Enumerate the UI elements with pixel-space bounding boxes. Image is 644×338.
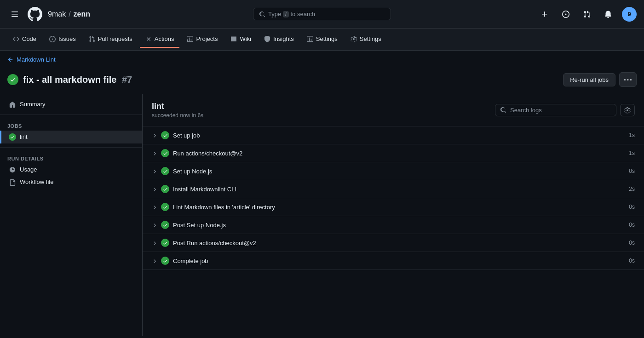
repo-tabs: Code Issues Pull requests Actions Projec… [0,29,644,51]
tab-actions[interactable]: Actions [140,31,180,48]
tab-issues-label: Issues [58,35,76,42]
breadcrumb-back-link[interactable]: Markdown Lint [7,56,56,63]
tab-security[interactable]: Insights [259,31,299,48]
step-name: Post Run actions/checkout@v2 [173,240,625,246]
tab-pullrequests[interactable]: Pull requests [83,31,138,48]
plus-button[interactable] [537,7,552,22]
chevron-right-icon [152,150,157,156]
step-name: Complete job [173,258,625,264]
log-settings-button[interactable] [620,104,635,116]
chevron-right-icon [152,258,157,264]
tab-settings[interactable]: Settings [345,31,387,48]
run-details-section-label: Run details [0,151,142,163]
notification-icon [604,11,612,18]
nav-right: 9 [481,7,637,22]
tab-actions-label: Actions [155,35,174,42]
sidebar-summary-label: Summary [20,101,46,108]
github-logo[interactable] [28,7,42,22]
step-row[interactable]: Set up job 1s [143,126,644,144]
pr-icon [583,11,591,18]
hamburger-icon [11,11,18,18]
projects-icon [187,36,193,42]
repo-link[interactable]: zenn [74,10,90,18]
tab-projects[interactable]: Projects [181,31,223,48]
nav-left: 9mak / zenn [7,7,163,22]
top-nav: 9mak / zenn Type / to search [0,0,644,29]
tab-code[interactable]: Code [7,31,42,48]
step-row[interactable]: Set up Node.js 0s [143,162,644,180]
step-duration: 0s [629,204,635,210]
issue-button[interactable] [558,7,573,22]
file-icon [9,178,16,186]
step-status-check [161,203,169,211]
tab-issues[interactable]: Issues [44,31,81,48]
step-row[interactable]: Post Set up Node.js 0s [143,216,644,234]
tab-security-label: Insights [273,35,294,42]
breadcrumb-label: Markdown Lint [17,56,56,63]
step-name: Set up job [173,132,625,139]
step-status-check [161,167,169,175]
pullrequest-icon [89,36,95,42]
hamburger-button[interactable] [7,7,22,22]
avatar[interactable]: 9 [622,7,637,22]
search-icon [259,11,265,17]
job-title-block: lint succeeded now in 6s [152,102,203,119]
step-name: Post Set up Node.js [173,222,625,229]
github-logo-icon [28,7,42,22]
step-status-check [161,149,169,157]
arrow-left-icon [7,57,14,63]
owner-link[interactable]: 9mak [48,10,66,18]
search-logs-container [495,104,616,116]
breadcrumb: Markdown Lint [0,51,644,69]
step-duration: 0s [629,240,635,246]
sidebar-usage[interactable]: Usage [0,163,142,176]
workflow-name: fix - all markdown file [23,74,116,85]
issue-icon [562,11,569,18]
rerun-button[interactable]: Re-run all jobs [563,73,615,86]
step-row[interactable]: Post Run actions/checkout@v2 0s [143,234,644,252]
repo-path: 9mak / zenn [48,10,90,18]
tab-settings-label: Settings [360,35,381,42]
search-bar[interactable]: Type / to search [253,8,391,20]
search-text: Type / to search [268,11,385,17]
chevron-right-icon [152,222,157,228]
tab-insights[interactable]: Settings [301,31,343,48]
sidebar-job-lint[interactable]: lint [0,131,142,143]
step-duration: 1s [629,132,635,138]
step-status-check [161,221,169,229]
tab-projects-label: Projects [196,35,218,42]
plus-icon [541,11,548,18]
step-row[interactable]: Run actions/checkout@v2 1s [143,144,644,162]
path-separator: / [69,10,70,18]
step-name: Install Markdownlint CLI [173,186,625,193]
notification-button[interactable] [601,7,615,22]
step-name: Lint Markdown files in 'article' directo… [173,204,625,211]
header-actions: Re-run all jobs [563,72,637,87]
step-status-check [161,185,169,193]
tab-insights-label: Settings [316,35,338,42]
nav-center: Type / to search [167,8,477,20]
tab-wiki[interactable]: Wiki [225,31,257,48]
checkmark-icon [10,76,16,83]
search-logs-input[interactable] [510,107,611,114]
step-row[interactable]: Lint Markdown files in 'article' directo… [143,198,644,216]
sidebar-summary[interactable]: Summary [0,98,142,111]
pr-button[interactable] [580,7,594,22]
tab-wiki-label: Wiki [240,35,251,42]
insights-icon [307,36,313,42]
step-status-check [161,257,169,265]
sidebar-job-lint-label: lint [20,133,28,140]
issues-icon [49,36,56,42]
step-name: Run actions/checkout@v2 [173,150,625,157]
tab-pullrequests-label: Pull requests [98,35,132,42]
sidebar-usage-label: Usage [20,166,37,173]
more-actions-button[interactable] [619,72,637,87]
step-duration: 2s [629,186,635,192]
settings-icon [351,36,357,42]
sidebar-workflow-file[interactable]: Workflow file [0,176,142,189]
step-row[interactable]: Complete job 0s [143,252,644,270]
step-row[interactable]: Install Markdownlint CLI 2s [143,180,644,198]
job-name: lint [152,102,203,111]
step-duration: 1s [629,150,635,156]
search-logs-icon [500,107,506,113]
